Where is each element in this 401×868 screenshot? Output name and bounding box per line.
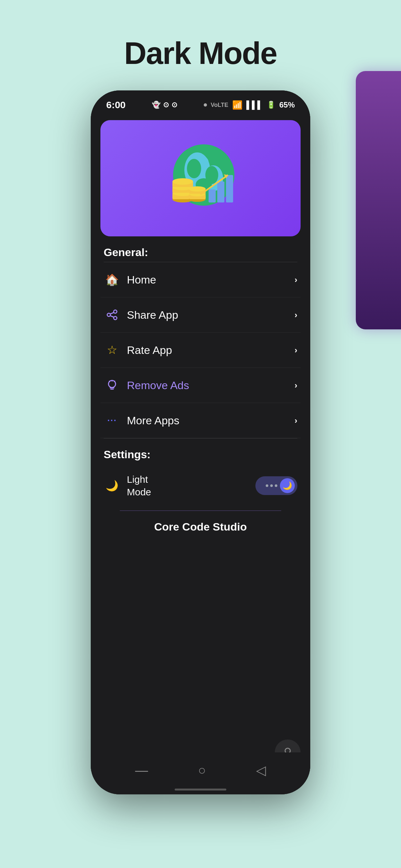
share-app-menu-item[interactable]: Share App › (100, 298, 301, 333)
globe-illustration (165, 143, 236, 214)
back-nav-icon[interactable]: — (135, 763, 148, 778)
status-right-icons: VoLTE 📶 ▌▌▌ 🔋 65% (204, 100, 295, 110)
svg-line-33 (109, 381, 110, 382)
svg-point-24 (114, 310, 117, 313)
remove-ads-menu-item[interactable]: Remove Ads › (100, 368, 301, 403)
status-time: 6:00 (106, 99, 126, 111)
phone-wrapper: 6:00 👻 ⊙ ⊙ VoLTE 📶 ▌▌▌ 🔋 65% (91, 90, 310, 801)
svg-point-25 (107, 313, 111, 316)
clock2-icon: ⊙ (172, 101, 177, 109)
svg-rect-20 (217, 182, 224, 203)
home-menu-item[interactable]: 🏠 Home › (100, 262, 301, 298)
svg-line-34 (114, 381, 115, 382)
dark-mode-toggle[interactable]: 🌙 (255, 476, 297, 495)
home-chevron-icon: › (295, 275, 297, 285)
clock-icon: ⊙ (163, 101, 169, 109)
home-icon: 🏠 (104, 271, 120, 288)
svg-rect-21 (226, 175, 233, 203)
mode-label: LightMode (127, 473, 255, 498)
light-mode-row[interactable]: 🌙 LightMode 🌙 (100, 464, 301, 507)
signal-icon: ▌▌▌ (246, 100, 263, 110)
wifi-icon: 📶 (232, 100, 243, 110)
bulb-icon (104, 377, 120, 394)
bottom-bar: — ○ ◁ (91, 752, 310, 795)
page-title: Dark Mode (124, 35, 277, 71)
toggle-dot-1 (266, 485, 268, 487)
svg-point-4 (187, 159, 201, 178)
content-area: General: 🏠 Home › (91, 237, 310, 543)
battery-percent: 65% (279, 100, 295, 110)
toggle-knob: 🌙 (280, 478, 295, 493)
snapchat-icon: 👻 (152, 101, 160, 109)
hero-banner (100, 120, 301, 237)
toggle-dot-3 (275, 485, 277, 487)
status-bar: 6:00 👻 ⊙ ⊙ VoLTE 📶 ▌▌▌ 🔋 65% (91, 90, 310, 114)
star-icon: ☆ (104, 342, 120, 359)
more-apps-menu-item[interactable]: ··· More Apps › (100, 403, 301, 438)
rate-app-label: Rate App (127, 344, 295, 356)
decorative-right-card: › › › (356, 71, 401, 330)
recents-nav-icon[interactable]: ◁ (256, 763, 266, 778)
footer-divider (120, 510, 281, 511)
settings-section-label: Settings: (100, 438, 301, 464)
footer-text: Core Code Studio (100, 514, 301, 543)
share-app-chevron-icon: › (295, 310, 297, 320)
home-label: Home (127, 274, 295, 286)
status-icons: 👻 ⊙ ⊙ (152, 101, 177, 109)
svg-point-13 (173, 178, 193, 185)
remove-ads-label: Remove Ads (127, 379, 295, 392)
rate-app-menu-item[interactable]: ☆ Rate App › (100, 333, 301, 368)
toggle-dots (266, 485, 277, 487)
svg-rect-19 (209, 190, 216, 203)
remove-ads-chevron-icon: › (295, 380, 297, 391)
share-app-label: Share App (127, 309, 295, 321)
more-dots-icon: ··· (104, 412, 120, 429)
status-dot (204, 103, 207, 106)
toggle-dot-2 (270, 485, 273, 487)
rate-app-chevron-icon: › (295, 345, 297, 355)
svg-point-18 (189, 186, 206, 191)
phone-screen: 6:00 👻 ⊙ ⊙ VoLTE 📶 ▌▌▌ 🔋 65% (91, 90, 310, 795)
svg-line-27 (111, 313, 114, 314)
phone-shell: 6:00 👻 ⊙ ⊙ VoLTE 📶 ▌▌▌ 🔋 65% (91, 90, 310, 795)
moon-icon: 🌙 (104, 477, 120, 494)
volte-icon: VoLTE (211, 102, 228, 108)
share-icon (104, 306, 120, 323)
svg-line-28 (111, 316, 114, 317)
more-apps-label: More Apps (127, 414, 295, 427)
home-nav-icon[interactable]: ○ (198, 763, 206, 778)
svg-point-26 (114, 316, 117, 320)
more-apps-chevron-icon: › (295, 415, 297, 426)
home-indicator (175, 788, 226, 790)
general-section-label: General: (100, 237, 301, 262)
battery-icon: 🔋 (267, 101, 275, 109)
